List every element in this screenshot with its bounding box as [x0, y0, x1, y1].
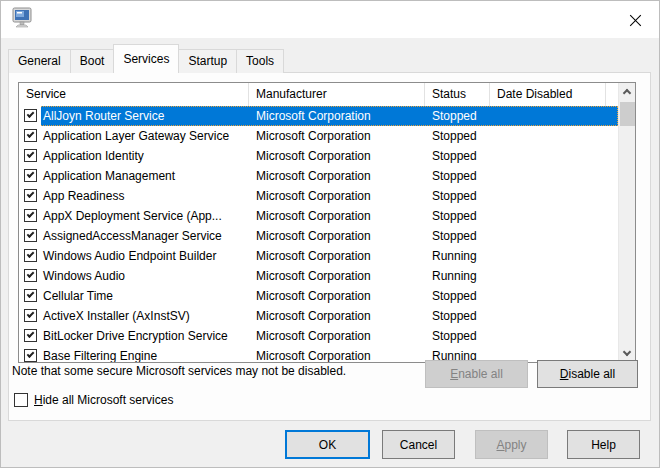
service-row[interactable]: Windows Audio Endpoint BuilderMicrosoft … — [19, 246, 618, 266]
service-name-cell: AppX Deployment Service (App... — [41, 206, 249, 226]
vertical-scrollbar[interactable] — [618, 83, 635, 362]
service-row[interactable]: AllJoyn Router ServiceMicrosoft Corporat… — [19, 106, 618, 126]
manufacturer-cell: Microsoft Corporation — [249, 246, 425, 266]
status-cell: Stopped — [425, 186, 490, 206]
service-name-cell: ActiveX Installer (AxInstSV) — [41, 306, 249, 326]
service-row[interactable]: BitLocker Drive Encryption ServiceMicros… — [19, 326, 618, 346]
checkmark-icon — [27, 110, 35, 118]
ok-button[interactable]: OK — [285, 430, 370, 459]
disable-all-button[interactable]: Disable all — [537, 360, 638, 388]
manufacturer-cell: Microsoft Corporation — [249, 206, 425, 226]
service-row[interactable]: AssignedAccessManager ServiceMicrosoft C… — [19, 226, 618, 246]
close-x-icon — [629, 14, 642, 27]
service-checkbox[interactable] — [24, 269, 37, 282]
service-checkbox-cell — [19, 306, 41, 326]
scroll-up-button[interactable] — [619, 83, 636, 100]
service-row[interactable]: App ReadinessMicrosoft CorporationStoppe… — [19, 186, 618, 206]
tabstrip: General Boot Services Startup Tools — [8, 44, 283, 73]
service-checkbox-cell — [19, 146, 41, 166]
status-cell: Running — [425, 266, 490, 286]
date-disabled-cell — [490, 126, 618, 146]
service-checkbox-cell — [19, 206, 41, 226]
scrollbar-thumb[interactable] — [620, 102, 635, 126]
service-checkbox[interactable] — [24, 109, 37, 122]
date-disabled-cell — [490, 146, 618, 166]
service-checkbox[interactable] — [24, 209, 37, 222]
enable-all-button[interactable]: Enable all — [425, 360, 528, 388]
manufacturer-cell: Microsoft Corporation — [249, 306, 425, 326]
close-button[interactable] — [612, 2, 658, 38]
tab-startup[interactable]: Startup — [178, 49, 237, 73]
date-disabled-cell — [490, 306, 618, 326]
manufacturer-cell: Microsoft Corporation — [249, 286, 425, 306]
service-name-cell: BitLocker Drive Encryption Service — [41, 326, 249, 346]
status-cell: Running — [425, 246, 490, 266]
hide-microsoft-services-checkbox[interactable] — [14, 393, 28, 407]
checkmark-icon — [27, 190, 35, 198]
manufacturer-cell: Microsoft Corporation — [249, 126, 425, 146]
checkmark-icon — [27, 290, 35, 298]
status-cell: Stopped — [425, 326, 490, 346]
column-header-status[interactable]: Status — [425, 83, 490, 106]
status-cell: Stopped — [425, 286, 490, 306]
service-checkbox-cell — [19, 346, 41, 362]
help-button[interactable]: Help — [567, 430, 640, 459]
manufacturer-cell: Microsoft Corporation — [249, 326, 425, 346]
column-header-manufacturer[interactable]: Manufacturer — [249, 83, 425, 106]
hide-microsoft-services-label[interactable]: Hide all Microsoft services — [34, 393, 173, 407]
tab-general[interactable]: General — [8, 49, 71, 73]
status-cell: Stopped — [425, 146, 490, 166]
service-checkbox[interactable] — [24, 349, 37, 362]
status-cell: Stopped — [425, 206, 490, 226]
column-header-date-disabled[interactable]: Date Disabled — [490, 83, 606, 106]
service-row[interactable]: Application ManagementMicrosoft Corporat… — [19, 166, 618, 186]
status-cell: Stopped — [425, 306, 490, 326]
service-checkbox[interactable] — [24, 169, 37, 182]
cancel-button[interactable]: Cancel — [382, 430, 455, 459]
service-row[interactable]: Windows AudioMicrosoft CorporationRunnin… — [19, 266, 618, 286]
date-disabled-cell — [490, 326, 618, 346]
tab-boot[interactable]: Boot — [70, 49, 115, 73]
service-checkbox-cell — [19, 126, 41, 146]
service-row[interactable]: ActiveX Installer (AxInstSV)Microsoft Co… — [19, 306, 618, 326]
checkmark-icon — [27, 150, 35, 158]
service-checkbox[interactable] — [24, 289, 37, 302]
service-checkbox-cell — [19, 246, 41, 266]
manufacturer-cell: Microsoft Corporation — [249, 346, 425, 362]
service-name-cell: Application Management — [41, 166, 249, 186]
checkmark-icon — [27, 350, 35, 358]
service-checkbox[interactable] — [24, 229, 37, 242]
service-row[interactable]: Application IdentityMicrosoft Corporatio… — [19, 146, 618, 166]
date-disabled-cell — [490, 246, 618, 266]
service-checkbox-cell — [19, 186, 41, 206]
tab-tools[interactable]: Tools — [236, 49, 284, 73]
service-name-cell: AssignedAccessManager Service — [41, 226, 249, 246]
service-checkbox[interactable] — [24, 329, 37, 342]
tab-services[interactable]: Services — [113, 44, 179, 73]
service-row[interactable]: Base Filtering EngineMicrosoft Corporati… — [19, 346, 618, 362]
date-disabled-cell — [490, 266, 618, 286]
service-checkbox[interactable] — [24, 149, 37, 162]
service-row[interactable]: AppX Deployment Service (App...Microsoft… — [19, 206, 618, 226]
service-name-cell: Windows Audio Endpoint Builder — [41, 246, 249, 266]
apply-button[interactable]: Apply — [475, 430, 548, 459]
date-disabled-cell — [490, 166, 618, 186]
column-header-service[interactable]: Service — [19, 83, 249, 106]
service-row[interactable]: Application Layer Gateway ServiceMicroso… — [19, 126, 618, 146]
service-checkbox[interactable] — [24, 309, 37, 322]
service-row[interactable]: Cellular TimeMicrosoft CorporationStoppe… — [19, 286, 618, 306]
status-cell: Stopped — [425, 166, 490, 186]
service-checkbox-cell — [19, 106, 41, 126]
service-checkbox[interactable] — [24, 249, 37, 262]
date-disabled-cell — [490, 226, 618, 246]
manufacturer-cell: Microsoft Corporation — [249, 146, 425, 166]
service-rows: AllJoyn Router ServiceMicrosoft Corporat… — [19, 106, 618, 362]
service-checkbox[interactable] — [24, 129, 37, 142]
status-cell: Stopped — [425, 126, 490, 146]
manufacturer-cell: Microsoft Corporation — [249, 166, 425, 186]
checkmark-icon — [27, 310, 35, 318]
titlebar — [1, 1, 659, 38]
chevron-up-icon — [623, 89, 631, 97]
chevron-down-icon — [623, 348, 631, 356]
service-checkbox[interactable] — [24, 189, 37, 202]
